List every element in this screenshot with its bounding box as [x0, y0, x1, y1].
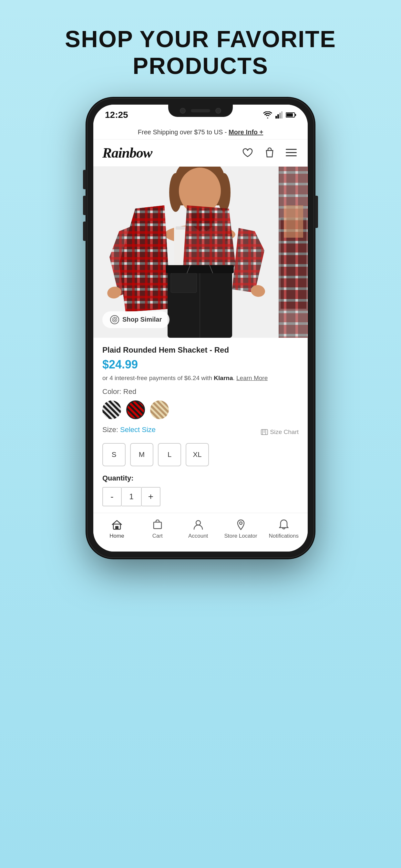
svg-rect-6: [295, 114, 296, 116]
svg-rect-3: [281, 112, 282, 119]
cart-button[interactable]: [263, 145, 277, 160]
account-nav-icon: [192, 519, 204, 531]
app-header: Rainbow: [93, 140, 308, 166]
svg-rect-9: [286, 155, 297, 156]
klarna-brand: Klarna: [214, 375, 233, 381]
svg-rect-5: [286, 113, 293, 117]
color-value: Red: [123, 388, 136, 396]
size-header: Size: Select Size Size Chart: [102, 426, 299, 438]
svg-rect-51: [166, 265, 234, 273]
status-bar: 12:25: [93, 104, 308, 125]
wifi-icon: [263, 112, 272, 119]
svg-rect-8: [286, 152, 297, 153]
size-l[interactable]: L: [158, 443, 181, 466]
nav-item-store-locator[interactable]: Store Locator: [224, 519, 257, 539]
menu-button[interactable]: [284, 147, 299, 159]
svg-rect-55: [279, 166, 279, 338]
notch: [168, 104, 233, 117]
klarna-info: or 4 interest-free payments of $6.24 wit…: [102, 375, 299, 382]
color-swatch-red[interactable]: [126, 400, 145, 419]
klarna-learn-more[interactable]: Learn More: [236, 375, 268, 381]
size-chart-label: Size Chart: [270, 429, 299, 436]
nav-label-notifications: Notifications: [269, 533, 299, 539]
svg-rect-50: [171, 273, 197, 292]
promo-link[interactable]: More Info +: [228, 128, 263, 135]
svg-point-58: [112, 317, 117, 322]
color-section: Color: Red: [102, 388, 299, 419]
quantity-section: Quantity: - 1 +: [102, 474, 299, 506]
home-icon: [111, 519, 123, 531]
bell-icon: [278, 519, 290, 531]
klarna-text: or 4 interest-free payments of $6.24 wit…: [102, 375, 212, 381]
size-grid: S M L XL: [102, 443, 299, 466]
shop-similar-label: Shop Similar: [122, 316, 162, 323]
nav-label-home: Home: [110, 533, 124, 539]
svg-rect-57: [284, 206, 303, 238]
status-time: 12:25: [105, 110, 128, 120]
signal-icon: [275, 112, 282, 119]
svg-rect-0: [275, 116, 277, 119]
headline-line2: PRODUCTS: [133, 53, 268, 79]
svg-rect-62: [261, 430, 268, 435]
size-section: Size: Select Size Size Chart: [102, 426, 299, 466]
svg-line-61: [116, 317, 117, 318]
quantity-plus-button[interactable]: +: [141, 487, 160, 506]
nav-item-home[interactable]: Home: [102, 519, 131, 539]
status-icons: [263, 112, 296, 119]
product-price: $24.99: [102, 358, 299, 371]
notch-sensor: [191, 109, 210, 113]
quantity-display: 1: [122, 487, 141, 506]
notch-camera-right: [215, 108, 221, 114]
cart-nav-icon: [151, 519, 164, 531]
notch-camera-left: [180, 108, 186, 114]
nav-item-account[interactable]: Account: [184, 519, 213, 539]
headline-line1: SHOP YOUR FAVORITE: [65, 26, 336, 52]
color-swatches: [102, 400, 299, 419]
svg-rect-2: [279, 113, 281, 119]
color-swatch-bw[interactable]: [102, 400, 121, 419]
size-label: Size: Select Size: [102, 426, 156, 434]
bottom-nav: Home Cart Account: [93, 513, 308, 552]
location-icon: [235, 519, 247, 531]
phone-screen: 12:25: [93, 104, 308, 552]
size-s[interactable]: S: [102, 443, 126, 466]
nav-item-notifications[interactable]: Notifications: [269, 519, 299, 539]
svg-point-69: [196, 521, 201, 525]
hamburger-icon: [286, 149, 297, 157]
svg-point-70: [240, 522, 242, 524]
color-label: Color: Red: [102, 388, 299, 396]
size-chart-link[interactable]: Size Chart: [261, 429, 299, 436]
product-image-area: Shop Similar: [93, 166, 308, 338]
svg-rect-1: [277, 114, 279, 119]
nav-label-cart: Cart: [152, 533, 163, 539]
nav-label-store-locator: Store Locator: [224, 533, 257, 539]
shop-similar-button[interactable]: Shop Similar: [102, 311, 169, 328]
quantity-minus-button[interactable]: -: [102, 487, 122, 506]
phone-wrapper: 12:25: [88, 99, 313, 557]
quantity-label: Quantity:: [102, 474, 299, 483]
svg-point-59: [114, 319, 116, 321]
nav-item-cart[interactable]: Cart: [143, 519, 172, 539]
heart-icon: [242, 148, 253, 158]
promo-banner: Free Shipping over $75 to US - More Info…: [93, 125, 308, 140]
header-actions: [240, 145, 299, 160]
size-m[interactable]: M: [130, 443, 153, 466]
page-headline: SHOP YOUR FAVORITE PRODUCTS: [45, 0, 356, 92]
svg-rect-67: [115, 526, 119, 529]
select-size-link[interactable]: Select Size: [120, 426, 156, 434]
size-xl[interactable]: XL: [186, 443, 209, 466]
quantity-control: - 1 +: [102, 487, 299, 506]
logo: Rainbow: [102, 145, 152, 161]
product-details: Plaid Rounded Hem Shacket - Red $24.99 o…: [93, 338, 308, 513]
color-swatch-tan[interactable]: [150, 400, 169, 419]
bag-icon: [265, 147, 275, 158]
svg-rect-7: [286, 149, 297, 150]
shop-similar-icon: [110, 315, 119, 324]
promo-text: Free Shipping over $75 to US -: [138, 128, 227, 135]
nav-label-account: Account: [188, 533, 208, 539]
product-name: Plaid Rounded Hem Shacket - Red: [102, 345, 299, 354]
svg-rect-68: [154, 522, 161, 529]
size-chart-icon: [261, 429, 268, 435]
wishlist-button[interactable]: [240, 146, 255, 160]
battery-icon: [286, 112, 296, 118]
